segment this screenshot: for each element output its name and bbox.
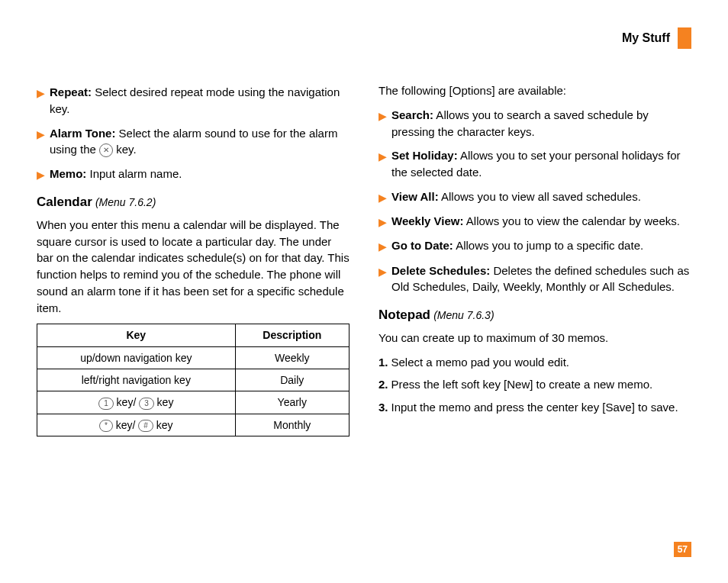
arrow-right-icon: ▶ [378,108,387,140]
item-text: Search: Allows you to search a saved sch… [391,107,691,140]
table-cell-desc: Daily [235,369,349,391]
page-number: 57 [674,542,691,557]
table-row: * key/ # key Monthly [37,414,350,436]
section-heading-calendar: Calendar (Menu 7.6.2) [37,193,350,212]
key-description-table: Key Description up/down navigation key W… [37,324,350,436]
arrow-right-icon: ▶ [378,214,387,230]
key-3-icon: 3 [139,398,154,410]
list-item: ▶ View All: Allows you to view all saved… [378,188,691,205]
header-accent-block [678,27,691,49]
step-item: 3. Input the memo and press the center k… [378,399,691,416]
content-columns: ▶ Repeat: Select desired repeat mode usi… [37,79,691,436]
step-item: 1. Select a memo pad you would edit. [378,354,691,371]
arrow-right-icon: ▶ [378,190,387,205]
manual-page: My Stuff ▶ Repeat: Select desired repeat… [0,0,728,583]
item-text: Weekly View: Allows you to view the cale… [391,213,680,230]
table-row: left/right navigation key Daily [37,369,350,391]
key-star-icon: * [99,420,113,432]
section-title: Calendar [37,195,92,209]
item-text: Alarm Tone: Select the alarm sound to us… [50,125,350,159]
item-label: Set Holiday: [391,149,458,162]
item-label: Weekly View: [391,214,464,227]
list-item: ▶ Set Holiday: Allows you to set your pe… [378,147,691,181]
table-header-key: Key [37,324,236,346]
table-cell-desc: Yearly [235,391,349,414]
item-text: Delete Schedules: Deletes the defined sc… [391,263,691,296]
item-text: View All: Allows you to view all saved s… [391,188,641,205]
item-label: Delete Schedules: [391,264,490,277]
item-label: Repeat: [50,85,92,98]
arrow-right-icon: ▶ [378,264,387,296]
table-header-description: Description [235,324,349,346]
section-heading-notepad: Notepad (Menu 7.6.3) [378,306,691,325]
right-column: The following [Options] are available: ▶… [378,79,691,436]
step-number: 3. [378,399,388,416]
step-text: Input the memo and press the center key … [391,399,678,416]
page-header: My Stuff [37,27,691,49]
step-text: Press the left soft key [New] to create … [391,376,653,393]
key-1-icon: 1 [98,398,114,410]
options-intro: The following [Options] are available: [378,82,691,99]
step-text: Select a memo pad you would edit. [391,354,569,371]
item-text: Repeat: Select desired repeat mode using… [50,84,350,118]
item-label: Search: [391,108,433,121]
list-item: ▶ Search: Allows you to search a saved s… [378,107,691,140]
table-cell-desc: Monthly [235,414,349,436]
table-cell-key: 1 key/ 3 key [37,391,236,414]
arrow-right-icon: ▶ [37,167,45,182]
list-item: ▶ Alarm Tone: Select the alarm sound to … [37,125,350,159]
section-title: Notepad [378,308,430,322]
item-label: Alarm Tone: [50,127,115,140]
table-row: up/down navigation key Weekly [37,346,350,369]
list-item: ▶ Repeat: Select desired repeat mode usi… [37,84,350,118]
step-number: 1. [378,354,388,371]
table-row: 1 key/ 3 key Yearly [37,391,350,414]
arrow-right-icon: ▶ [37,85,45,118]
left-column: ▶ Repeat: Select desired repeat mode usi… [37,79,350,436]
notepad-description: You can create up to maximum of 30 memos… [378,330,691,346]
arrow-right-icon: ▶ [378,239,387,254]
list-item: ▶ Delete Schedules: Deletes the defined … [378,263,691,296]
list-item: ▶ Weekly View: Allows you to view the ca… [378,213,691,230]
step-item: 2. Press the left soft key [New] to crea… [378,376,691,393]
table-cell-desc: Weekly [235,346,349,369]
arrow-right-icon: ▶ [378,149,387,181]
calendar-description: When you enter this menu a calendar will… [37,217,350,317]
list-item: ▶ Memo: Input alarm name. [37,166,350,182]
list-item: ▶ Go to Date: Allows you to jump to a sp… [378,237,691,254]
table-cell-key: left/right navigation key [37,369,236,391]
ok-key-icon: ✕ [99,143,113,157]
item-text: Go to Date: Allows you to jump to a spec… [391,237,643,254]
section-menu-ref: (Menu 7.6.2) [95,196,156,208]
table-cell-key: up/down navigation key [37,346,236,369]
item-label: Memo: [50,167,86,180]
item-label: Go to Date: [391,239,453,252]
table-cell-key: * key/ # key [37,414,236,436]
item-text: Memo: Input alarm name. [50,166,182,182]
step-number: 2. [378,376,388,393]
arrow-right-icon: ▶ [37,127,45,159]
item-label: View All: [391,190,439,203]
item-text: Set Holiday: Allows you to set your pers… [391,147,691,181]
section-menu-ref: (Menu 7.6.3) [433,309,494,321]
header-title: My Stuff [622,31,670,45]
key-hash-icon: # [138,420,153,432]
